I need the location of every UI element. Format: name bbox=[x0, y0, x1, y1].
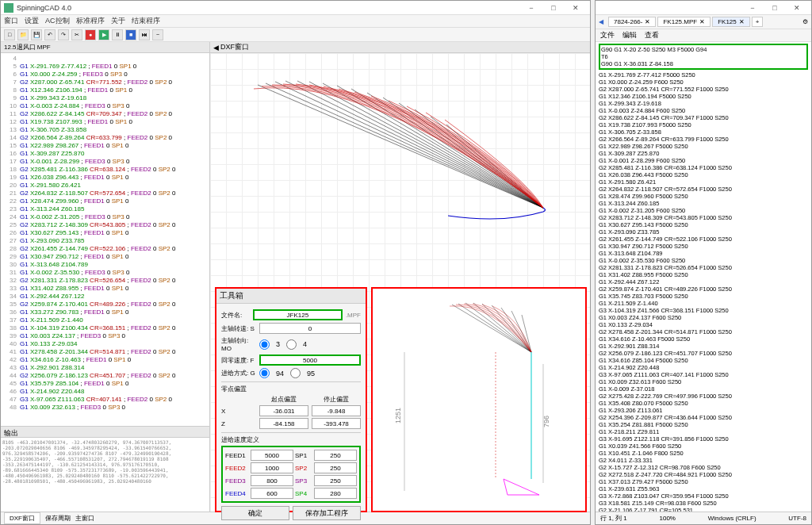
z-start-input[interactable] bbox=[259, 418, 308, 429]
app-icon bbox=[4, 3, 13, 13]
toolbar: □ 📁 💾 ↶ ↷ ✂ ● ▶ ⏸ ■ ⏭ ~ bbox=[1, 28, 590, 42]
output-body[interactable]: 8105 -463.201047001374, -32.474803260279… bbox=[1, 438, 209, 485]
dxf-header: ◀ DXF窗口 bbox=[210, 42, 590, 53]
editor-back-icon[interactable]: ◀ bbox=[599, 18, 603, 25]
menubar: 窗口 设置 AC控制 标准程序 关于 结束程序 bbox=[1, 15, 590, 28]
editor-body[interactable]: G90 G1 X-20 Z-50 S250 M3 F5000 G94 T6 G9… bbox=[596, 42, 811, 512]
tool-curve[interactable]: ~ bbox=[152, 29, 163, 40]
tool-redo[interactable]: ↷ bbox=[58, 29, 69, 40]
left-panel: 12.5退风口 MPF 45G1 X-291.769 Z-77.412 ; FE… bbox=[1, 42, 210, 512]
ed-status-pct: 100% bbox=[660, 515, 676, 522]
output-header: 输出 bbox=[1, 427, 209, 438]
x-label: X bbox=[221, 408, 256, 415]
dxf-close-icon[interactable]: ◀ bbox=[213, 44, 219, 52]
editor-close[interactable]: ✕ bbox=[786, 2, 808, 14]
editor-menu: 文件 编辑 查看 bbox=[596, 29, 811, 42]
tool-record[interactable]: ● bbox=[85, 29, 96, 40]
ed-status-enc: Windows (CRLF) bbox=[708, 515, 756, 522]
tool-undo[interactable]: ↶ bbox=[44, 29, 56, 40]
file-label: 文件名: bbox=[221, 311, 250, 320]
tool-stop[interactable]: ■ bbox=[125, 29, 136, 40]
status-tab-dxf[interactable]: DXF窗口 bbox=[4, 512, 40, 524]
tool-step[interactable]: ⏭ bbox=[139, 29, 150, 40]
feed-grid: FEED1SP1FEED2SP2FEED3SP3FEED4SP4 bbox=[221, 446, 361, 503]
titlebar: SpinningCAD 4.0 − □ ✕ bbox=[1, 1, 590, 15]
editor-tab-0[interactable]: 7824-266-✕ bbox=[608, 17, 656, 27]
z-label: Z bbox=[221, 420, 256, 427]
ed-menu-edit[interactable]: 编辑 bbox=[622, 30, 637, 40]
editor-tabs: ◀ 7824-266-✕ FK125.MPF✕ FK125✕ + ⚙ bbox=[596, 15, 811, 29]
output-panel: 输出 8105 -463.201047001374, -32.474803260… bbox=[1, 426, 209, 512]
editor-header-block: G90 G1 X-20 Z-50 S250 M3 F5000 G94 T6 G9… bbox=[599, 44, 808, 70]
tab-close-icon[interactable]: ✕ bbox=[645, 18, 650, 25]
filename-input[interactable] bbox=[253, 309, 343, 320]
spindle-label: 主轴转速: S bbox=[221, 324, 256, 333]
mo-label: 主轴转向: MO bbox=[221, 336, 256, 352]
minimize-button[interactable]: − bbox=[520, 2, 542, 14]
spindle-input[interactable] bbox=[259, 323, 361, 334]
tool-save[interactable]: 💾 bbox=[31, 29, 42, 40]
g-label: 进给方式: G bbox=[221, 369, 256, 377]
save-program-button[interactable]: 保存加工程序 bbox=[293, 506, 361, 520]
f-input[interactable] bbox=[259, 354, 361, 366]
dxf-title: DXF窗口 bbox=[220, 42, 249, 52]
editor-tab-2[interactable]: FK125✕ bbox=[712, 17, 750, 27]
editor-new-tab[interactable]: + bbox=[752, 17, 764, 27]
tool-cut[interactable]: ✂ bbox=[71, 29, 82, 40]
editor-statusbar: 行 1, 列 1 100% Windows (CRLF) UTF-8 bbox=[596, 512, 811, 524]
col-start: 起点偏置 bbox=[259, 395, 308, 404]
col-end: 停止偏置 bbox=[312, 395, 361, 404]
menu-about[interactable]: 关于 bbox=[111, 16, 125, 26]
code-tab[interactable]: 12.5退风口 MPF bbox=[1, 42, 209, 53]
status-tab-save[interactable]: 保存周期 bbox=[45, 514, 71, 523]
tool-new[interactable]: □ bbox=[4, 29, 15, 40]
status-tab-main[interactable]: 主窗口 bbox=[75, 514, 94, 523]
preview-drawing: 1251 796 bbox=[373, 289, 585, 511]
z-end-input[interactable] bbox=[312, 418, 361, 429]
x-end-input[interactable] bbox=[312, 405, 361, 416]
f-label: 回零速度: F bbox=[221, 356, 256, 365]
menu-settings[interactable]: 设置 bbox=[25, 16, 39, 26]
gcode-editor[interactable]: 45G1 X-291.769 Z-77.412 ; FEED1 0 SP1 06… bbox=[1, 53, 209, 426]
editor-gear-icon[interactable]: ⚙ bbox=[802, 18, 808, 25]
ok-button[interactable]: 确定 bbox=[221, 506, 289, 520]
ed-status-pos: 行 1, 列 1 bbox=[600, 514, 627, 523]
toolpath-drawing bbox=[210, 53, 587, 315]
mo-radio-3[interactable] bbox=[259, 339, 270, 350]
ed-menu-view[interactable]: 查看 bbox=[645, 30, 659, 40]
mo-radio-4[interactable] bbox=[286, 339, 297, 350]
menu-window[interactable]: 窗口 bbox=[4, 16, 18, 26]
toolbox-panel: 工具箱 文件名: .MPF 主轴转速: S 主轴转向: MO 3 4 回零速度:… bbox=[215, 287, 367, 512]
preview-panel: 1251 796 bbox=[371, 287, 587, 512]
editor-tab-1[interactable]: FK125.MPF✕ bbox=[657, 17, 710, 27]
tool-open[interactable]: 📁 bbox=[17, 29, 29, 40]
text-editor-window: − □ ✕ ◀ 7824-266-✕ FK125.MPF✕ FK125✕ + ⚙… bbox=[595, 0, 812, 525]
editor-maximize[interactable]: □ bbox=[764, 2, 786, 14]
tool-pause[interactable]: ⏸ bbox=[112, 29, 123, 40]
app-title: SpinningCAD 4.0 bbox=[17, 4, 520, 12]
feed-header: 进给速度定义 bbox=[221, 432, 361, 444]
maximize-button[interactable]: □ bbox=[542, 2, 565, 14]
menu-std[interactable]: 标准程序 bbox=[76, 16, 105, 26]
tab-close-icon[interactable]: ✕ bbox=[739, 18, 745, 25]
g-radio-94[interactable] bbox=[259, 368, 270, 378]
dim-1251: 1251 bbox=[394, 408, 402, 423]
toolbox-title: 工具箱 bbox=[216, 289, 366, 304]
file-ext: .MPF bbox=[346, 312, 361, 319]
editor-minimize[interactable]: − bbox=[741, 2, 764, 14]
ed-status-cs: UTF-8 bbox=[788, 515, 806, 522]
close-button[interactable]: ✕ bbox=[565, 2, 587, 14]
menu-exit[interactable]: 结束程序 bbox=[132, 16, 160, 26]
ed-menu-file[interactable]: 文件 bbox=[600, 30, 615, 40]
dim-796: 796 bbox=[542, 416, 550, 427]
zero-header: 零点偏置 bbox=[221, 381, 361, 393]
g-radio-95[interactable] bbox=[290, 368, 301, 378]
tab-close-icon[interactable]: ✕ bbox=[699, 18, 705, 25]
tool-play[interactable]: ▶ bbox=[98, 29, 109, 40]
x-start-input[interactable] bbox=[259, 405, 308, 416]
menu-ac[interactable]: AC控制 bbox=[45, 16, 70, 26]
